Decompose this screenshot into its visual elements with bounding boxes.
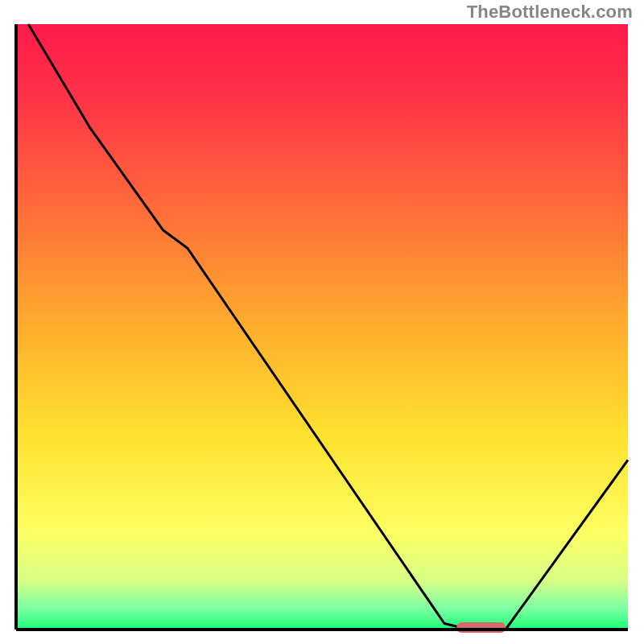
plot-background	[16, 24, 628, 630]
optimal-range-marker	[456, 622, 506, 633]
bottleneck-chart: TheBottleneck.com	[0, 0, 644, 644]
chart-svg	[0, 0, 644, 644]
